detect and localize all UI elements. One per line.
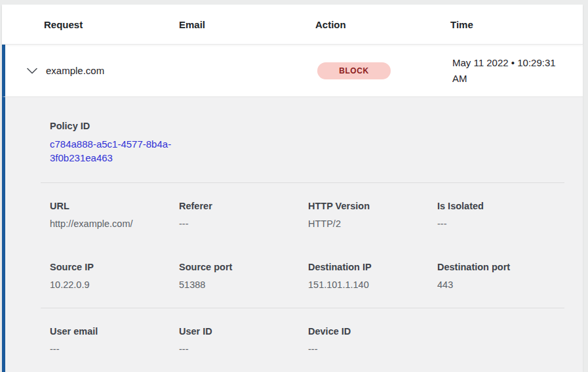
detail-field-user-id: User ID ---: [179, 326, 308, 354]
field-value: ---: [308, 344, 437, 354]
detail-field-destination-ip: Destination IP 151.101.1.140: [308, 262, 437, 290]
field-value: ---: [179, 218, 308, 229]
field-label: Source port: [179, 262, 308, 272]
detail-field-is-isolated: Is Isolated ---: [437, 201, 566, 229]
field-value: 151.101.1.140: [308, 279, 437, 290]
field-value: http://example.com/: [50, 218, 179, 229]
field-label: Source IP: [50, 262, 179, 272]
field-label: Destination port: [437, 262, 566, 272]
field-label: Is Isolated: [437, 201, 566, 211]
field-value: HTTP/2: [308, 218, 437, 229]
action-cell: BLOCK: [317, 62, 452, 79]
time-cell: May 11 2022 • 10:29:31 AM: [452, 55, 578, 87]
field-label: Device ID: [308, 326, 437, 337]
field-value: 10.22.0.9: [50, 279, 179, 290]
detail-row-network: Source IP 10.22.0.9 Source port 51388 De…: [50, 262, 564, 290]
log-table-card: Request Email Action Time example.com BL…: [2, 5, 583, 372]
detail-field-empty: [437, 326, 566, 354]
field-value: ---: [179, 344, 308, 354]
request-log-panel: Request Email Action Time example.com BL…: [0, 0, 588, 372]
column-header-request: Request: [44, 19, 179, 30]
detail-field-device-id: Device ID ---: [308, 326, 437, 354]
column-header-time: Time: [450, 19, 583, 30]
field-value: ---: [437, 218, 566, 229]
detail-row-http: URL http://example.com/ Referer --- HTTP…: [50, 201, 564, 229]
field-value: 51388: [179, 279, 308, 290]
table-row[interactable]: example.com BLOCK May 11 2022 • 10:29:31…: [2, 45, 583, 97]
detail-field-url: URL http://example.com/: [50, 201, 179, 229]
field-label: Referer: [179, 201, 308, 211]
row-details: Policy ID c784a888-a5c1-4577-8b4a-3f0b23…: [2, 97, 583, 372]
field-label: HTTP Version: [308, 201, 437, 211]
detail-row-user: User email --- User ID --- Device ID ---: [50, 326, 564, 354]
field-label: Destination IP: [308, 262, 437, 272]
row-expand-toggle[interactable]: [5, 68, 46, 74]
detail-field-destination-port: Destination port 443: [437, 262, 566, 290]
table-header: Request Email Action Time: [2, 5, 583, 45]
detail-field-http-version: HTTP Version HTTP/2: [308, 201, 437, 229]
divider: [41, 308, 564, 308]
policy-id-block: Policy ID c784a888-a5c1-4577-8b4a-3f0b23…: [50, 121, 564, 165]
detail-field-user-email: User email ---: [50, 326, 179, 354]
detail-field-source-port: Source port 51388: [179, 262, 308, 290]
field-label: User ID: [179, 326, 308, 337]
detail-field-source-ip: Source IP 10.22.0.9: [50, 262, 179, 290]
detail-field-referer: Referer ---: [179, 201, 308, 229]
policy-id-link[interactable]: c784a888-a5c1-4577-8b4a-3f0b231ea463: [50, 137, 184, 165]
policy-id-label: Policy ID: [50, 121, 564, 131]
field-value: ---: [50, 344, 179, 354]
column-header-action: Action: [315, 19, 450, 30]
divider: [41, 182, 564, 183]
chevron-down-icon: [27, 68, 37, 74]
column-header-email: Email: [179, 19, 315, 30]
field-label: User email: [50, 326, 179, 337]
field-label: URL: [50, 201, 179, 211]
field-value: 443: [437, 279, 566, 290]
request-cell: example.com: [46, 65, 181, 76]
block-status-badge: BLOCK: [317, 62, 391, 79]
